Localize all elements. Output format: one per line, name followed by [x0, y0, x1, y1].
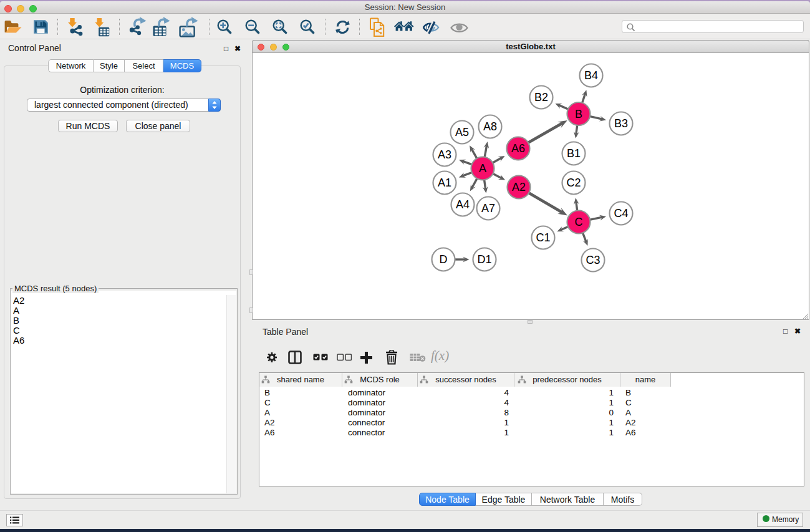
- svg-text:B1: B1: [567, 147, 581, 160]
- svg-text:B2: B2: [534, 91, 548, 104]
- svg-text:D: D: [440, 253, 448, 266]
- svg-text:C: C: [575, 216, 583, 228]
- svg-text:C1: C1: [536, 231, 550, 244]
- svg-text:C2: C2: [566, 177, 581, 189]
- svg-text:A4: A4: [456, 198, 470, 211]
- svg-text:B: B: [575, 108, 582, 120]
- svg-text:A8: A8: [483, 120, 497, 133]
- svg-text:A6: A6: [511, 142, 525, 155]
- svg-text:A5: A5: [455, 126, 469, 138]
- svg-text:A: A: [479, 162, 486, 175]
- svg-text:A2: A2: [512, 181, 526, 193]
- svg-text:A1: A1: [438, 177, 451, 189]
- svg-text:B4: B4: [584, 69, 598, 82]
- svg-text:C3: C3: [586, 254, 600, 266]
- svg-text:D1: D1: [477, 253, 491, 266]
- svg-text:A7: A7: [481, 202, 495, 215]
- svg-text:C4: C4: [614, 207, 628, 220]
- svg-text:A3: A3: [438, 148, 451, 161]
- svg-text:B3: B3: [614, 117, 628, 130]
